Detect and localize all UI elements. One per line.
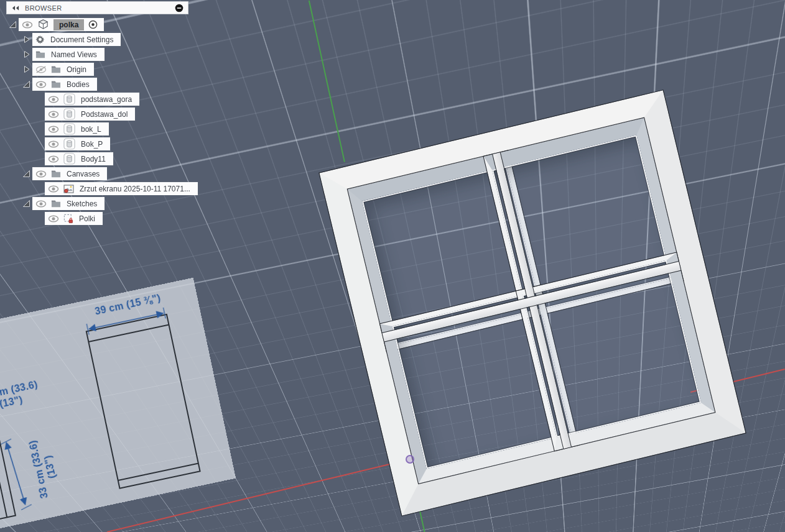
folder-icon: [51, 200, 61, 208]
tree-item-chip[interactable]: Podstawa_dol: [45, 108, 135, 121]
tree-item-canvases[interactable]: Canvases: [22, 167, 107, 180]
tree-item-podstawa-dol[interactable]: Podstawa_dol: [45, 108, 135, 121]
twisty-expanded-icon[interactable]: [22, 200, 30, 208]
eye-hidden-icon[interactable]: [35, 66, 47, 73]
tree-item-chip[interactable]: polka: [19, 18, 104, 31]
tree-item-chip[interactable]: Origin: [32, 63, 94, 76]
eye-visible-icon[interactable]: [48, 126, 59, 133]
tree-item-chip[interactable]: Document Settings: [32, 33, 121, 46]
browser-panel-header[interactable]: BROWSER: [6, 1, 188, 14]
folder-icon: [51, 80, 61, 88]
origin-point-marker[interactable]: [406, 455, 414, 464]
body-icon: [63, 93, 75, 105]
eye-visible-icon[interactable]: [35, 81, 47, 88]
tree-item-podstawa-gora[interactable]: podstawa_gora: [45, 93, 139, 106]
tree-item-chip[interactable]: Bodies: [32, 78, 97, 91]
fusion-window: 39 cm (15 ⅜") 33 cm (33.6) (13") 33 cm (…: [0, 0, 785, 532]
component-icon: [37, 19, 49, 30]
eye-visible-icon[interactable]: [35, 170, 47, 178]
tree-item-chip[interactable]: Named Views: [32, 48, 105, 61]
tree-item-label: Bodies: [65, 80, 91, 89]
browser-title: BROWSER: [25, 4, 170, 12]
tree-item-chip[interactable]: Body11: [45, 152, 113, 165]
twisty-collapsed-icon[interactable]: [22, 35, 30, 44]
folder-icon: [51, 170, 61, 178]
eye-visible-icon[interactable]: [48, 140, 59, 148]
body-icon: [63, 123, 75, 135]
twisty-collapsed-icon[interactable]: [22, 65, 30, 73]
folder-icon: [51, 65, 61, 73]
eye-visible-icon[interactable]: [48, 185, 59, 193]
tree-item-label: Podstawa_dol: [80, 109, 129, 119]
eye-visible-icon[interactable]: [22, 21, 33, 29]
activate-component-radio-icon[interactable]: [88, 20, 98, 29]
tree-item-chip[interactable]: Zrzut ekranu 2025-10-11 17071...: [45, 182, 198, 195]
tree-item-chip[interactable]: Sketches: [32, 197, 105, 210]
tree-item-label: Polki: [78, 214, 96, 224]
folder-icon: [35, 50, 45, 58]
eye-visible-icon[interactable]: [35, 200, 47, 208]
shelf-cavity: [348, 118, 715, 484]
body-icon: [63, 153, 75, 165]
twisty-expanded-icon[interactable]: [9, 21, 17, 29]
tree-item-body11[interactable]: Body11: [45, 152, 113, 165]
eye-visible-icon[interactable]: [48, 111, 59, 118]
tree-item-chip[interactable]: podstawa_gora: [45, 93, 139, 106]
canvas-icon: [63, 185, 74, 193]
tree-item-label: Document Settings: [49, 35, 114, 45]
tree-item-document-settings[interactable]: Document Settings: [22, 33, 121, 46]
tree-item-chip[interactable]: Bok_P: [45, 137, 110, 150]
tree-item-label: Named Views: [50, 50, 98, 60]
tree-item-label: Sketches: [65, 199, 98, 209]
eye-visible-icon[interactable]: [48, 155, 59, 163]
eye-visible-icon[interactable]: [48, 215, 59, 222]
body-icon: [63, 108, 75, 120]
tree-item-polka[interactable]: polka: [9, 18, 104, 31]
tree-item-label: Bok_P: [80, 139, 104, 149]
tree-item-chip[interactable]: Polki: [45, 212, 103, 225]
twisty-expanded-icon[interactable]: [22, 80, 30, 88]
body-icon: [63, 138, 75, 150]
eye-visible-icon[interactable]: [48, 96, 59, 103]
tree-item-sketches[interactable]: Sketches: [22, 197, 105, 210]
minimize-browser-icon[interactable]: [175, 4, 183, 12]
tree-item-label: Origin: [65, 65, 88, 75]
tree-item-label: Zrzut ekranu 2025-10-11 17071...: [78, 184, 192, 194]
tree-item-label: Body11: [80, 154, 107, 164]
gear-icon: [35, 35, 45, 44]
sketch-icon: [63, 214, 73, 224]
tree-item-label: polka: [53, 19, 84, 30]
tree-item-bok-p[interactable]: Bok_P: [45, 137, 110, 150]
tree-item-label: bok_L: [80, 124, 103, 134]
twisty-collapsed-icon[interactable]: [22, 50, 30, 58]
collapse-panel-icon[interactable]: [11, 5, 20, 11]
tree-item-zrzut-ekranu-2025-10-11-17071[interactable]: Zrzut ekranu 2025-10-11 17071...: [45, 182, 198, 195]
tree-item-named-views[interactable]: Named Views: [22, 48, 105, 61]
tree-item-polki[interactable]: Polki: [45, 212, 103, 225]
tree-item-label: podstawa_gora: [80, 94, 133, 104]
tree-item-label: Canvases: [65, 169, 101, 179]
viewport-3d[interactable]: 39 cm (15 ⅜") 33 cm (33.6) (13") 33 cm (…: [0, 0, 785, 532]
tree-item-bodies[interactable]: Bodies: [22, 78, 97, 91]
tree-item-bok-l[interactable]: bok_L: [45, 122, 109, 135]
tree-item-chip[interactable]: bok_L: [45, 122, 109, 135]
twisty-expanded-icon[interactable]: [22, 170, 30, 178]
tree-item-chip[interactable]: Canvases: [32, 167, 107, 180]
tree-item-origin[interactable]: Origin: [22, 63, 94, 76]
